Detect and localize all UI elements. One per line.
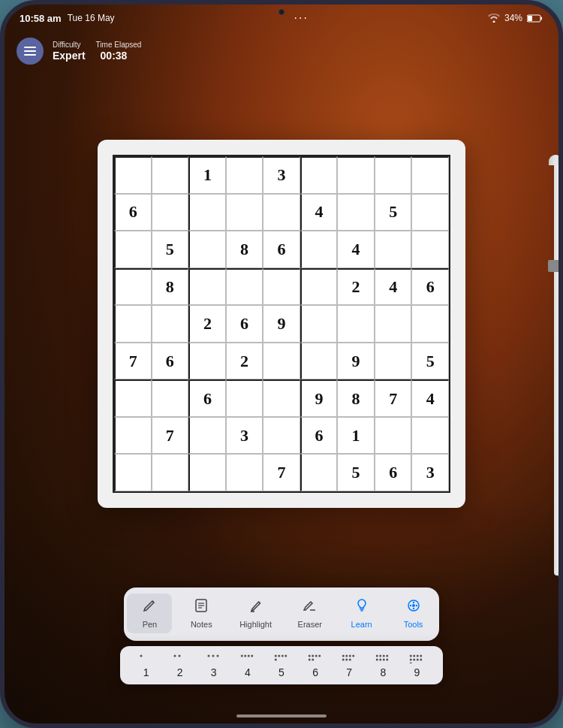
sudoku-cell[interactable]: [375, 305, 412, 343]
sudoku-cell[interactable]: 4: [411, 379, 449, 417]
sudoku-cell[interactable]: 8: [337, 379, 375, 417]
sudoku-cell[interactable]: 2: [226, 343, 263, 380]
number-btn-3[interactable]: 3: [200, 652, 227, 678]
sudoku-cell[interactable]: [411, 156, 449, 194]
sudoku-cell[interactable]: 6: [114, 194, 152, 231]
number-btn-7[interactable]: 7: [336, 652, 363, 678]
sudoku-cell[interactable]: 5: [337, 454, 375, 491]
tool-notes[interactable]: Notes: [179, 594, 224, 633]
sudoku-cell[interactable]: [188, 194, 226, 231]
sudoku-cell[interactable]: 2: [337, 268, 375, 306]
sudoku-cell[interactable]: 5: [375, 194, 412, 231]
sudoku-cell[interactable]: [226, 379, 263, 417]
sudoku-cell[interactable]: [226, 156, 263, 194]
sudoku-cell[interactable]: [411, 305, 449, 343]
number-picker[interactable]: 123456789: [120, 646, 443, 684]
sudoku-cell[interactable]: 8: [152, 268, 189, 306]
sudoku-cell[interactable]: [411, 194, 449, 231]
sudoku-cell[interactable]: [375, 417, 412, 455]
number-btn-8[interactable]: 8: [369, 652, 396, 678]
sudoku-cell[interactable]: 6: [263, 231, 300, 268]
sudoku-cell[interactable]: 9: [263, 305, 300, 343]
sudoku-cell[interactable]: [375, 343, 412, 380]
sudoku-cell[interactable]: [188, 231, 226, 268]
sudoku-cell[interactable]: 1: [188, 156, 226, 194]
svg-point-50: [380, 659, 382, 661]
sudoku-cell[interactable]: 9: [337, 343, 375, 380]
tool-learn[interactable]: Learn: [339, 594, 384, 633]
sudoku-cell[interactable]: [152, 156, 189, 194]
sudoku-cell[interactable]: [263, 343, 300, 380]
sudoku-cell[interactable]: 6: [188, 379, 226, 417]
number-btn-1[interactable]: 1: [133, 652, 160, 678]
tool-pen[interactable]: Pen: [127, 594, 172, 633]
sudoku-cell[interactable]: [337, 156, 375, 194]
sudoku-cell[interactable]: 7: [114, 343, 152, 380]
sudoku-cell[interactable]: [114, 379, 152, 417]
sudoku-cell[interactable]: [152, 305, 189, 343]
sudoku-cell[interactable]: [263, 379, 300, 417]
sudoku-cell[interactable]: 7: [375, 379, 412, 417]
sudoku-cell[interactable]: 6: [375, 454, 412, 491]
sudoku-cell[interactable]: [300, 156, 338, 194]
sudoku-cell[interactable]: [114, 454, 152, 491]
sudoku-cell[interactable]: [188, 454, 226, 491]
number-btn-6[interactable]: 6: [302, 652, 329, 678]
sudoku-cell[interactable]: [152, 379, 189, 417]
sudoku-cell[interactable]: [411, 231, 449, 268]
sudoku-cell[interactable]: 2: [188, 305, 226, 343]
sudoku-cell[interactable]: [263, 417, 300, 455]
sudoku-cell[interactable]: [114, 268, 152, 306]
sudoku-cell[interactable]: 4: [337, 231, 375, 268]
sudoku-cell[interactable]: [114, 305, 152, 343]
sudoku-cell[interactable]: 7: [152, 417, 189, 455]
sudoku-cell[interactable]: [375, 231, 412, 268]
sudoku-cell[interactable]: 5: [411, 343, 449, 380]
sudoku-cell[interactable]: [188, 268, 226, 306]
sudoku-cell[interactable]: [226, 454, 263, 491]
sudoku-cell[interactable]: [226, 268, 263, 306]
sudoku-cell[interactable]: 3: [411, 454, 449, 491]
sudoku-cell[interactable]: [152, 454, 189, 491]
sudoku-cell[interactable]: [300, 454, 338, 491]
sudoku-cell[interactable]: [226, 194, 263, 231]
sudoku-cell[interactable]: [300, 343, 338, 380]
sudoku-cell[interactable]: [300, 231, 338, 268]
sudoku-cell[interactable]: 4: [300, 194, 338, 231]
tool-highlight[interactable]: Highlight: [230, 594, 281, 633]
number-btn-4[interactable]: 4: [234, 652, 261, 678]
sudoku-cell[interactable]: [263, 268, 300, 306]
sudoku-cell[interactable]: [300, 305, 338, 343]
sudoku-cell[interactable]: [337, 305, 375, 343]
sudoku-cell[interactable]: 6: [411, 268, 449, 306]
sudoku-cell[interactable]: [375, 156, 412, 194]
sudoku-cell[interactable]: 8: [226, 231, 263, 268]
sudoku-cell[interactable]: 9: [300, 379, 338, 417]
sudoku-cell[interactable]: 6: [226, 305, 263, 343]
sudoku-cell[interactable]: [300, 268, 338, 306]
tool-eraser[interactable]: Eraser: [288, 594, 333, 633]
sudoku-cell[interactable]: 6: [300, 417, 338, 455]
number-btn-5[interactable]: 5: [268, 652, 295, 678]
sudoku-cell[interactable]: 1: [337, 417, 375, 455]
sudoku-cell[interactable]: [152, 194, 189, 231]
sudoku-cell[interactable]: [337, 194, 375, 231]
sudoku-cell[interactable]: [411, 417, 449, 455]
sudoku-cell[interactable]: 5: [152, 231, 189, 268]
sudoku-cell[interactable]: [114, 417, 152, 455]
sudoku-cell[interactable]: [188, 343, 226, 380]
menu-button[interactable]: [17, 38, 44, 65]
sudoku-cell[interactable]: 6: [152, 343, 189, 380]
sudoku-cell[interactable]: [114, 156, 152, 194]
sudoku-cell[interactable]: 3: [263, 156, 300, 194]
sudoku-cell[interactable]: [263, 194, 300, 231]
tool-tools[interactable]: Tools: [391, 594, 436, 633]
sudoku-cell[interactable]: [114, 231, 152, 268]
sudoku-cell[interactable]: 7: [263, 454, 300, 491]
number-btn-9[interactable]: 9: [403, 652, 430, 678]
sudoku-cell[interactable]: 3: [226, 417, 263, 455]
number-btn-2[interactable]: 2: [167, 652, 194, 678]
sudoku-cell[interactable]: [188, 417, 226, 455]
sudoku-grid[interactable]: 1364558648246269762956987473617563: [113, 155, 450, 493]
sudoku-cell[interactable]: 4: [375, 268, 412, 306]
